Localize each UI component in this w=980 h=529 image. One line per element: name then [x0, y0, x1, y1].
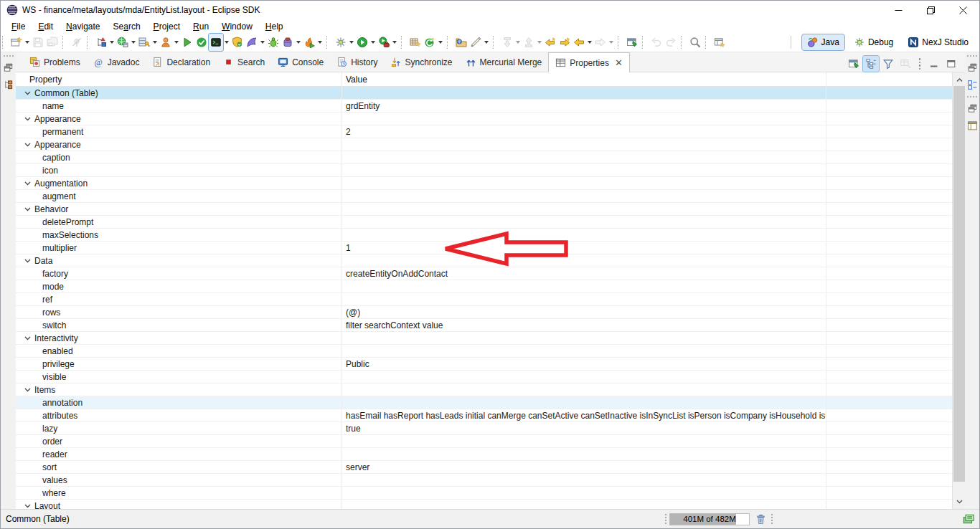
validate-check-icon[interactable]	[194, 34, 209, 51]
property-value-cell[interactable]	[342, 151, 826, 163]
property-row[interactable]: factorycreateEntityOnAddContact	[16, 267, 952, 280]
back-star-icon[interactable]	[543, 34, 557, 51]
chevron-down-icon[interactable]	[24, 181, 32, 186]
property-value-cell[interactable]: grdEntity	[342, 100, 826, 112]
server-setup-icon[interactable]	[137, 34, 151, 51]
table-sync-icon[interactable]	[897, 56, 913, 72]
property-value-cell[interactable]	[342, 177, 826, 189]
open-resource-icon[interactable]	[454, 34, 468, 51]
perspective-java[interactable]: Java	[802, 34, 844, 50]
run-circle-icon[interactable]	[355, 34, 369, 51]
tree-mode-icon[interactable]	[863, 56, 879, 72]
property-value-cell[interactable]: createEntityOnAddContact	[342, 267, 826, 280]
run-circle-dropdown-arrow[interactable]	[371, 41, 375, 44]
restore-button[interactable]	[915, 1, 947, 19]
chevron-down-icon[interactable]	[24, 91, 32, 95]
console-run-dropdown-arrow[interactable]	[225, 41, 229, 44]
chevron-down-icon[interactable]	[24, 504, 32, 508]
restore-pane-icon[interactable]	[2, 61, 15, 74]
property-value-cell[interactable]	[342, 229, 826, 241]
property-row[interactable]: enabled	[16, 345, 952, 358]
property-value-cell[interactable]	[342, 487, 826, 499]
menu-window[interactable]: Window	[215, 20, 259, 33]
property-row[interactable]: maxSelections	[16, 229, 952, 242]
chevron-down-icon[interactable]	[24, 207, 32, 211]
menu-navigate[interactable]: Navigate	[60, 20, 106, 33]
minimize-button[interactable]	[882, 1, 915, 19]
property-value-cell[interactable]	[342, 113, 826, 125]
property-value-cell[interactable]	[342, 87, 826, 99]
link-editor-icon[interactable]	[625, 34, 639, 51]
property-row[interactable]: visible	[16, 371, 952, 383]
property-value-cell[interactable]	[342, 500, 826, 509]
tab-history[interactable]: History	[330, 52, 384, 72]
refresh-code-icon[interactable]	[423, 34, 437, 51]
property-row[interactable]: multiplier1	[16, 242, 952, 254]
model-tree-icon[interactable]	[94, 34, 108, 51]
property-value-cell[interactable]	[342, 474, 826, 486]
vertical-scrollbar[interactable]	[952, 72, 965, 509]
column-header-property[interactable]: Property	[16, 72, 342, 86]
chevron-down-icon[interactable]	[24, 117, 32, 121]
property-row[interactable]: namegrdEntity	[16, 100, 952, 113]
property-row[interactable]: privilegePublic	[16, 358, 952, 371]
tab-search[interactable]: Search	[217, 52, 271, 72]
restore-pane-icon[interactable]	[966, 102, 979, 115]
property-value-cell[interactable]	[342, 216, 826, 228]
property-row[interactable]: lazytrue	[16, 422, 952, 435]
column-header-value[interactable]: Value	[342, 72, 826, 86]
overflow-dots-icon[interactable]	[915, 58, 925, 70]
property-value-cell[interactable]: hasEmail hasReport hasLeads initial canM…	[342, 409, 826, 421]
publish-package-dropdown-arrow[interactable]	[296, 41, 301, 44]
group-row[interactable]: Behavior	[16, 203, 952, 216]
scroll-down-arrow[interactable]	[953, 495, 965, 507]
deploy-server-icon[interactable]	[116, 34, 130, 51]
open-perspective-icon[interactable]	[712, 34, 727, 51]
debug-star-icon[interactable]	[334, 34, 348, 51]
tab-close-icon[interactable]: ✕	[615, 57, 623, 68]
close-button[interactable]	[947, 1, 979, 19]
security-shield-icon[interactable]	[230, 34, 245, 51]
property-row[interactable]: caption	[16, 151, 952, 164]
property-row[interactable]: switchfilter searchContext value	[16, 319, 952, 332]
property-value-cell[interactable]	[342, 138, 826, 151]
group-row[interactable]: Interactivity	[16, 332, 952, 345]
console-run-icon[interactable]	[209, 34, 223, 51]
property-row[interactable]: sortserver	[16, 461, 952, 474]
property-row[interactable]: augment	[16, 190, 952, 203]
property-row[interactable]: rows(@)	[16, 306, 952, 319]
search-pen-icon[interactable]	[468, 34, 483, 51]
property-value-cell[interactable]	[342, 448, 826, 460]
property-value-cell[interactable]	[342, 280, 826, 292]
property-value-cell[interactable]: 1	[342, 242, 826, 254]
property-value-cell[interactable]	[342, 345, 826, 357]
outline-view-icon[interactable]	[966, 78, 979, 91]
pin-view-icon[interactable]	[846, 56, 862, 72]
property-value-cell[interactable]: 2	[342, 125, 826, 138]
tab-mercurial-merge[interactable]: Mercurial Merge	[459, 52, 549, 72]
property-value-cell[interactable]	[342, 164, 826, 176]
property-row[interactable]: deletePrompt	[16, 216, 952, 229]
external-tools-icon[interactable]	[377, 34, 391, 51]
new-wizard-dropdown-arrow[interactable]	[25, 41, 29, 44]
chevron-down-icon[interactable]	[24, 336, 32, 340]
tab-javadoc[interactable]: @Javadoc	[87, 52, 146, 72]
menu-file[interactable]: File	[5, 20, 32, 33]
green-pages-icon[interactable]	[962, 513, 975, 525]
property-value-cell[interactable]	[342, 190, 826, 202]
property-row[interactable]: where	[16, 487, 952, 500]
property-row[interactable]: reader	[16, 448, 952, 461]
property-row[interactable]: icon	[16, 164, 952, 177]
property-value-cell[interactable]	[342, 435, 826, 447]
property-value-cell[interactable]: server	[342, 461, 826, 473]
upgrade-flame-icon[interactable]	[302, 34, 316, 51]
back-nav-dropdown-arrow[interactable]	[588, 41, 592, 44]
property-value-cell[interactable]	[342, 371, 826, 383]
property-row[interactable]: annotation	[16, 396, 952, 409]
tab-declaration[interactable]: Declaration	[146, 52, 217, 72]
property-row[interactable]: permanent2	[16, 125, 952, 138]
chevron-down-icon[interactable]	[24, 388, 32, 392]
minimize-view-icon[interactable]	[926, 56, 942, 72]
nexj-swoosh-icon[interactable]	[245, 34, 259, 51]
new-table-icon[interactable]	[408, 34, 423, 51]
